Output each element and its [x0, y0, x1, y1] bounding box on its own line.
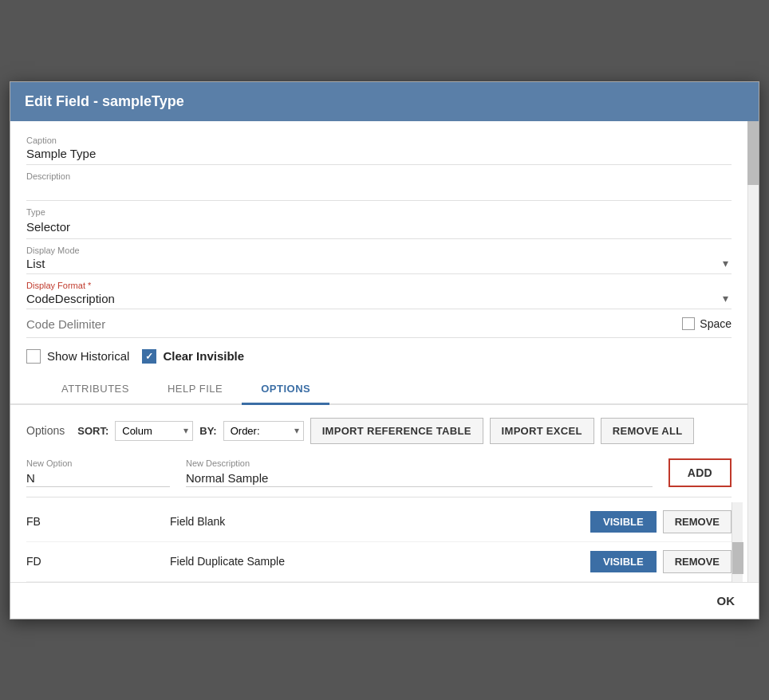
caption-label: Caption: [26, 136, 732, 145]
display-format-field-group: Display Format * CodeDescription Code De…: [26, 274, 732, 309]
display-mode-field-group: Display Mode List Dropdown: [26, 239, 732, 274]
table-row: FB Field Blank VISIBLE REMOVE: [26, 502, 732, 542]
option-description: Field Blank: [170, 515, 590, 528]
checkbox-row: Show Historical Clear Invisible: [26, 338, 732, 372]
description-input[interactable]: [26, 183, 732, 196]
by-label: BY:: [199, 425, 216, 437]
type-value: Selector: [26, 218, 732, 235]
new-description-group: New Description: [186, 458, 653, 487]
new-option-group: New Option: [26, 458, 170, 487]
display-format-select-wrapper: CodeDescription Code Description: [26, 292, 732, 305]
remove-all-button[interactable]: REMOVE ALL: [601, 418, 695, 444]
caption-input[interactable]: [26, 147, 732, 160]
tab-attributes[interactable]: ATTRIBUTES: [42, 372, 148, 405]
import-reference-table-button[interactable]: IMPORT REFERENCE TABLE: [310, 418, 483, 444]
clear-invisible-checkbox-item[interactable]: Clear Invisible: [142, 349, 244, 364]
code-delimiter-input[interactable]: [26, 317, 682, 331]
new-description-label: New Description: [186, 458, 653, 468]
add-button[interactable]: ADD: [668, 458, 732, 487]
display-format-select[interactable]: CodeDescription Code Description: [26, 292, 732, 305]
tab-options[interactable]: OPTIONS: [242, 372, 329, 405]
sort-order-select[interactable]: Order: Ascending Descending: [223, 421, 304, 441]
description-label: Description: [26, 171, 732, 181]
sort-order-select-wrapper: Order: Ascending Descending: [223, 421, 304, 441]
table-row: FD Field Duplicate Sample VISIBLE REMOVE: [26, 542, 732, 582]
visible-button[interactable]: VISIBLE: [590, 551, 657, 572]
sort-label: SORT:: [77, 425, 108, 437]
new-option-label: New Option: [26, 458, 170, 468]
options-label: Options: [26, 424, 65, 437]
form-area: Caption Description Type Selector Displa…: [10, 121, 747, 372]
scrollbar-thumb[interactable]: [747, 121, 759, 185]
description-field-group: Description: [26, 165, 732, 201]
new-option-row: New Option New Description ADD: [26, 455, 732, 497]
clear-invisible-label: Clear Invisible: [163, 349, 244, 363]
options-area: Options SORT: Colum Description BY: Orde…: [10, 405, 747, 582]
space-checkbox[interactable]: [682, 317, 695, 330]
scrollbar-track[interactable]: [747, 121, 759, 582]
space-label: Space: [700, 317, 732, 330]
list-scrollbar-track[interactable]: [732, 502, 743, 582]
import-excel-button[interactable]: IMPORT EXCEL: [490, 418, 594, 444]
options-list: FB Field Blank VISIBLE REMOVE FD Field D…: [26, 502, 732, 582]
option-code: FB: [26, 515, 170, 528]
display-mode-label: Display Mode: [26, 246, 732, 255]
options-toolbar: Options SORT: Colum Description BY: Orde…: [26, 418, 732, 444]
add-btn-wrapper: ADD: [668, 458, 732, 487]
dialog-body: Caption Description Type Selector Displa…: [10, 121, 759, 582]
remove-button[interactable]: REMOVE: [663, 510, 732, 533]
display-mode-select[interactable]: List Dropdown: [26, 257, 732, 270]
tabs-row: ATTRIBUTES HELP FILE OPTIONS: [10, 372, 747, 405]
dialog-footer: OK: [10, 582, 759, 619]
type-field-group: Type Selector: [26, 201, 732, 239]
type-label: Type: [26, 207, 732, 217]
clear-invisible-checkbox[interactable]: [142, 349, 156, 364]
option-description: Field Duplicate Sample: [170, 555, 590, 568]
tab-help-file[interactable]: HELP FILE: [148, 372, 242, 405]
display-mode-select-wrapper: List Dropdown: [26, 257, 732, 270]
space-checkbox-group: Space: [682, 317, 732, 330]
show-historical-checkbox-item[interactable]: Show Historical: [26, 349, 129, 364]
list-scrollbar-thumb[interactable]: [732, 542, 743, 574]
show-historical-label: Show Historical: [47, 349, 129, 363]
edit-field-dialog: Edit Field - sampleType Caption Descript…: [10, 81, 759, 619]
code-delimiter-row: Space: [26, 309, 732, 338]
display-format-label: Display Format *: [26, 281, 732, 290]
caption-field-group: Caption: [26, 129, 732, 165]
sort-column-select[interactable]: Colum Description: [115, 421, 193, 441]
show-historical-checkbox[interactable]: [26, 349, 41, 364]
dialog-header: Edit Field - sampleType: [10, 82, 759, 121]
sort-column-select-wrapper: Colum Description: [115, 421, 193, 441]
new-description-input[interactable]: [186, 470, 653, 487]
new-option-input[interactable]: [26, 470, 170, 487]
visible-button[interactable]: VISIBLE: [590, 511, 657, 533]
dialog-title: Edit Field - sampleType: [25, 93, 184, 109]
remove-button[interactable]: REMOVE: [663, 550, 732, 573]
ok-button[interactable]: OK: [709, 591, 743, 611]
option-code: FD: [26, 555, 170, 568]
